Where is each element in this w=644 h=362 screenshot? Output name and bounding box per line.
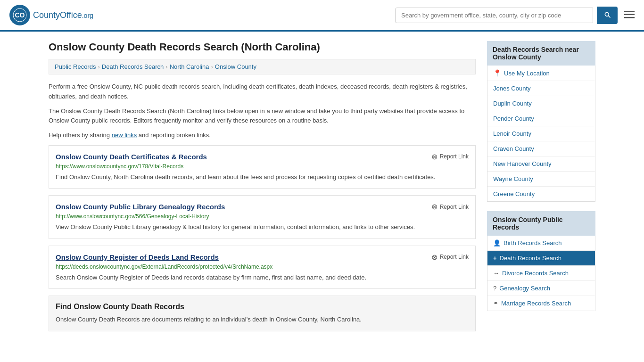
search-input[interactable] <box>395 8 593 23</box>
public-records-section: Onslow County Public Records 👤 Birth Rec… <box>487 211 595 311</box>
intro-paragraph-1: Perform a free Onslow County, NC public … <box>49 82 476 102</box>
page-title: Onslow County Death Records Search (Nort… <box>49 41 476 53</box>
record-title-2: Onslow County Public Library Genealogy R… <box>56 202 225 211</box>
svg-rect-3 <box>624 14 635 16</box>
record-desc-2: View Onslow County Public Library geneal… <box>56 222 469 232</box>
nearby-county-2[interactable]: Pender County <box>487 111 595 126</box>
search-icon <box>603 11 611 18</box>
logo-icon: CO <box>9 5 30 25</box>
public-records-header: Onslow County Public Records <box>487 211 595 236</box>
record-desc-1: Find Onslow County, North Carolina death… <box>56 173 469 182</box>
public-record-birth[interactable]: 👤 Birth Records Search <box>487 236 595 251</box>
nearby-county-3[interactable]: Lenoir County <box>487 126 595 141</box>
report-link-3[interactable]: ⊗ Report Link <box>431 253 469 262</box>
use-my-location[interactable]: 📍 Use My Location <box>487 66 595 81</box>
nearby-county-0[interactable]: Jones County <box>487 81 595 96</box>
divorce-icon: ↔ <box>493 270 499 277</box>
intro-paragraph-3: Help others by sharing new links and rep… <box>49 131 476 140</box>
record-title-3: Onslow County Register of Deeds Land Rec… <box>56 253 219 262</box>
nearby-list: 📍 Use My Location Jones County Duplin Co… <box>487 66 595 202</box>
header: CO CountyOffice.org <box>0 0 644 32</box>
nearby-section: Death Records Search near Onslow County … <box>487 41 595 202</box>
record-link-1[interactable]: Onslow County Death Certificates & Recor… <box>56 153 207 161</box>
svg-rect-4 <box>624 17 635 18</box>
nearby-county-5[interactable]: New Hanover County <box>487 156 595 172</box>
report-icon-3: ⊗ <box>431 253 438 262</box>
sidebar: Death Records Search near Onslow County … <box>487 41 595 331</box>
record-title-1: Onslow County Death Certificates & Recor… <box>56 152 207 161</box>
record-desc-3: Search Onslow County Register of Deeds l… <box>56 273 469 282</box>
content-area: Onslow County Death Records Search (Nort… <box>49 41 476 331</box>
record-url-3: https://deeds.onslowcountync.gov/Externa… <box>56 263 469 270</box>
public-record-marriage[interactable]: ⚭ Marriage Records Search <box>487 296 595 311</box>
find-records-section: Find Onslow County Death Records Onslow … <box>49 296 476 331</box>
nearby-county-1[interactable]: Duplin County <box>487 96 595 111</box>
report-icon-1: ⊗ <box>431 152 438 161</box>
nearby-county-6[interactable]: Wayne County <box>487 172 595 187</box>
report-icon-2: ⊗ <box>431 202 438 211</box>
location-icon: 📍 <box>493 69 501 77</box>
logo-area: CO CountyOffice.org <box>9 5 93 25</box>
record-link-2[interactable]: Onslow County Public Library Genealogy R… <box>56 203 225 211</box>
logo-text: CountyOffice.org <box>33 10 93 20</box>
birth-icon: 👤 <box>493 239 501 247</box>
report-link-2[interactable]: ⊗ Report Link <box>431 202 469 211</box>
new-links-link[interactable]: new links <box>112 132 137 139</box>
breadcrumb-north-carolina[interactable]: North Carolina <box>170 63 209 70</box>
find-records-title: Find Onslow County Death Records <box>56 303 469 311</box>
hamburger-icon <box>624 11 635 18</box>
report-link-1[interactable]: ⊗ Report Link <box>431 152 469 161</box>
record-url-2: http://www.onslowcountync.gov/566/Geneal… <box>56 213 469 220</box>
record-link-3[interactable]: Onslow County Register of Deeds Land Rec… <box>56 253 219 261</box>
svg-rect-2 <box>624 11 635 12</box>
public-records-list: 👤 Birth Records Search + Death Records S… <box>487 236 595 311</box>
record-item-1: Onslow County Death Certificates & Recor… <box>49 145 476 189</box>
search-area <box>395 7 635 24</box>
genealogy-icon: ? <box>493 285 496 292</box>
public-record-death[interactable]: + Death Records Search <box>487 251 595 266</box>
use-location-link[interactable]: Use My Location <box>504 70 550 77</box>
menu-button[interactable] <box>624 9 635 21</box>
record-url-1: https://www.onslowcountync.gov/178/Vital… <box>56 163 469 170</box>
find-records-desc: Onslow County Death Records are document… <box>56 315 469 324</box>
breadcrumb-onslow-county[interactable]: Onslow County <box>215 63 256 70</box>
main-layout: Onslow County Death Records Search (Nort… <box>39 32 605 331</box>
nearby-header: Death Records Search near Onslow County <box>487 41 595 66</box>
breadcrumb-death-records[interactable]: Death Records Search <box>102 63 164 70</box>
breadcrumb-public-records[interactable]: Public Records <box>55 63 96 70</box>
search-button[interactable] <box>597 7 618 24</box>
nearby-county-4[interactable]: Craven County <box>487 141 595 156</box>
intro-paragraph-2: The Onslow County Death Records Search (… <box>49 107 476 126</box>
marriage-icon: ⚭ <box>493 300 498 307</box>
logo-svg: CO <box>13 8 27 22</box>
nearby-county-7[interactable]: Greene County <box>487 187 595 201</box>
breadcrumb: Public Records › Death Records Search › … <box>49 59 476 74</box>
public-record-divorce[interactable]: ↔ Divorce Records Search <box>487 266 595 281</box>
public-record-genealogy[interactable]: ? Genealogy Search <box>487 281 595 296</box>
record-item-2: Onslow County Public Library Genealogy R… <box>49 195 476 239</box>
record-item-3: Onslow County Register of Deeds Land Rec… <box>49 246 476 289</box>
svg-text:CO: CO <box>15 11 25 19</box>
death-icon: + <box>493 255 497 262</box>
